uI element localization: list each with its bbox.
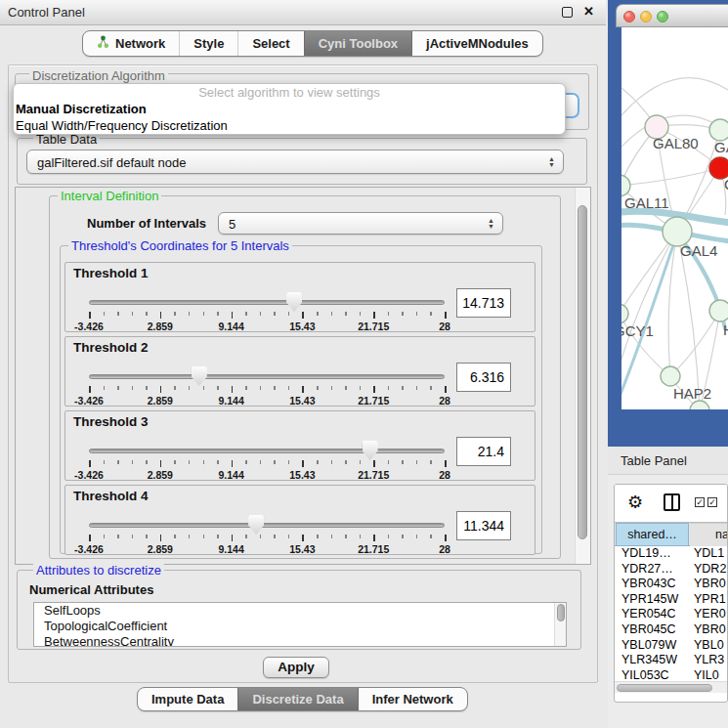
mac-minimize-light[interactable] (640, 11, 652, 22)
table-data-combobox[interactable]: galFiltered.sif default node ▲▼ (26, 150, 564, 174)
dropdown-item-manual-discretization[interactable]: Manual Discretization (14, 101, 565, 117)
tick (232, 386, 234, 393)
network-node-GAL2[interactable] (709, 119, 728, 141)
split-columns-icon[interactable] (664, 493, 680, 511)
tick (317, 386, 319, 390)
tick-label: 15.43 (289, 321, 315, 332)
slider-handle[interactable] (248, 515, 264, 535)
network-node-HAP2[interactable] (661, 366, 680, 386)
tick (388, 460, 390, 464)
tick (104, 535, 106, 538)
table-row[interactable]: YDL19…YDL1 (615, 546, 728, 562)
attribute-list-item[interactable]: BetweennessCentrality (34, 634, 566, 647)
network-graph[interactable]: GAL80GACGAL11GAL4GCY1HHAP2 (621, 27, 728, 409)
slider-track[interactable] (89, 374, 445, 379)
network-edge[interactable] (621, 78, 728, 115)
tick (317, 312, 319, 316)
table-row[interactable]: YLR345WYLR3 (615, 653, 728, 668)
vertical-scrollbar[interactable] (575, 188, 590, 564)
table-row[interactable]: YPR145WYPR1 (615, 592, 728, 608)
tab-infer-network[interactable]: Infer Network (358, 688, 467, 710)
slider-handle[interactable] (192, 366, 207, 386)
column-header-name[interactable]: na (690, 523, 728, 546)
slider-track[interactable] (89, 300, 445, 305)
tick (388, 386, 390, 390)
float-window-icon[interactable] (562, 7, 573, 18)
tick (445, 312, 447, 319)
slider-handle[interactable] (363, 441, 378, 460)
cell-name: YBR0 (694, 577, 726, 592)
mac-zoom-light[interactable] (657, 11, 668, 22)
horizontal-scrollbar[interactable] (615, 681, 728, 693)
network-edge[interactable] (670, 311, 720, 376)
table-row[interactable]: YBR045CYBR0 (615, 622, 728, 638)
tick (203, 535, 205, 538)
tick (416, 386, 418, 390)
list-scrollbar-thumb[interactable] (557, 604, 565, 621)
tick-label: 2.859 (148, 321, 173, 332)
horizontal-scrollbar-thumb[interactable] (617, 684, 712, 692)
tick (274, 312, 276, 316)
attribute-list-item[interactable]: TopologicalCoefficient (34, 619, 566, 634)
dropdown-item-equal-width-frequency[interactable]: Equal Width/Frequency Discretization (14, 117, 565, 134)
table-row[interactable]: YDR27…YDR2 (615, 562, 728, 578)
numerical-attributes-label: Numerical Attributes (29, 582, 153, 597)
attributes-group-title: Attributes to discretize (33, 563, 164, 578)
network-window-titlebar[interactable] (616, 4, 728, 27)
checkbox-icon[interactable]: ✓ (695, 497, 705, 507)
tick (132, 535, 134, 538)
tab-select[interactable]: Select (237, 31, 303, 56)
threshold-value-field[interactable]: 21.4 (456, 437, 511, 466)
numerical-attributes-list[interactable]: SelfLoopsTopologicalCoefficientBetweenne… (33, 602, 567, 647)
table-row[interactable]: YBL079WYBL0 (615, 638, 728, 654)
cell-name: YBL0 (694, 638, 724, 654)
scrollbar-thumb[interactable] (578, 205, 587, 539)
threshold-slider[interactable]: -3.4262.8599.14415.4321.71528 (89, 439, 445, 480)
tab-impute-data[interactable]: Impute Data (138, 688, 237, 710)
interval-scrollpane: Interval Definition Number of Intervals … (15, 187, 591, 565)
network-node-GCY1[interactable] (621, 304, 628, 323)
threshold-slider[interactable]: -3.4262.8599.14415.4321.71528 (89, 513, 445, 554)
tab-discretize-data[interactable]: Discretize Data (237, 688, 357, 710)
tab-cyni-toolbox[interactable]: Cyni Toolbox (304, 31, 411, 56)
tick (160, 460, 162, 467)
tick (160, 386, 162, 393)
threshold-value-field[interactable]: 14.713 (456, 288, 511, 318)
table-row[interactable]: YER054CYER0 (615, 607, 728, 622)
tab-style[interactable]: Style (179, 31, 237, 56)
tick (416, 312, 418, 316)
close-icon[interactable]: ✕ (583, 4, 594, 19)
table-row[interactable]: YBR043CYBR0 (615, 577, 728, 592)
dropdown-prompt[interactable]: Select algorithm to view settings (14, 84, 565, 101)
tick (174, 535, 176, 538)
threshold-value-field[interactable]: 11.344 (456, 511, 511, 540)
slider-track[interactable] (89, 449, 445, 453)
slider-handle[interactable] (286, 292, 302, 312)
number-of-intervals-combobox[interactable]: 5 ▲▼ (218, 212, 503, 235)
gear-icon[interactable]: ⚙ (627, 492, 643, 513)
interval-definition-title: Interval Definition (58, 189, 161, 203)
column-header-shared-name[interactable]: shared… (616, 523, 689, 546)
network-node-HAP4[interactable] (709, 300, 728, 321)
network-node-bottom-partial[interactable] (690, 401, 709, 409)
threshold-value-field[interactable]: 6.316 (456, 363, 511, 392)
network-canvas[interactable]: GAL80GACGAL11GAL4GCY1HHAP2 (621, 27, 728, 409)
attribute-list-item[interactable]: SelfLoops (34, 603, 566, 619)
tick (117, 386, 119, 390)
network-edge[interactable] (621, 168, 720, 186)
mac-close-light[interactable] (623, 11, 635, 22)
tick (445, 535, 447, 541)
tab-network[interactable]: Network (83, 31, 179, 56)
threshold-panel-3: Threshold 3-3.4262.8599.14415.4321.71528… (64, 410, 535, 481)
tab-jactivemnodules[interactable]: jActiveMNodules (411, 31, 542, 56)
list-scrollbar[interactable] (554, 603, 566, 646)
apply-button[interactable]: Apply (263, 657, 329, 678)
tick (189, 312, 191, 316)
threshold-slider[interactable]: -3.4262.8599.14415.4321.71528 (89, 290, 445, 331)
number-of-intervals-value: 5 (229, 213, 236, 236)
slider-track[interactable] (89, 523, 445, 528)
checkbox-icon[interactable]: ✓ (707, 497, 717, 507)
network-node-GAL11[interactable] (621, 175, 630, 196)
threshold-slider[interactable]: -3.4262.8599.14415.4321.71528 (89, 364, 445, 406)
node-label-GAL11: GAL11 (624, 194, 669, 211)
